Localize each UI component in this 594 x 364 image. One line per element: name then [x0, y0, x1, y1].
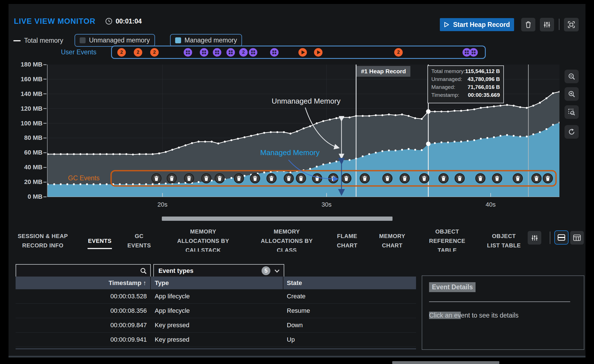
- gc-event-icon[interactable]: [296, 174, 306, 183]
- table-view-button[interactable]: [570, 231, 584, 245]
- chart-settings-button[interactable]: [540, 18, 554, 31]
- gc-event-icon[interactable]: [455, 174, 464, 183]
- chart-horizontal-scrollbar[interactable]: [162, 217, 393, 221]
- gc-event-icon[interactable]: [313, 174, 322, 183]
- column-type[interactable]: Type: [151, 277, 283, 289]
- tab-events[interactable]: EVENTS: [83, 236, 117, 246]
- user-event-key-icon[interactable]: [184, 48, 192, 57]
- y-axis-tick: [43, 108, 46, 109]
- play-icon: [444, 22, 449, 27]
- tooltip-row: Timestamp:00:00:35.669: [431, 92, 500, 98]
- legend-total-memory[interactable]: Total memory: [13, 37, 63, 44]
- y-axis-tick: [43, 138, 46, 138]
- user-event-count-icon[interactable]: 2: [239, 48, 248, 57]
- gc-event-icon[interactable]: [342, 174, 351, 183]
- gc-event-icon[interactable]: [400, 174, 410, 183]
- tab-flame-chart[interactable]: FLAMECHART: [327, 232, 367, 250]
- zoom-out-button[interactable]: [565, 70, 579, 83]
- gc-event-icon[interactable]: [234, 174, 244, 183]
- column-timestamp[interactable]: Timestamp ↑: [16, 277, 151, 289]
- gc-event-icon[interactable]: [267, 174, 276, 183]
- y-axis-tick-label: 60 MB: [11, 149, 43, 156]
- gc-event-icon[interactable]: [493, 174, 502, 183]
- events-table-header: Timestamp ↑ Type State: [16, 277, 416, 289]
- tab-gc-events[interactable]: GCEVENTS: [121, 232, 158, 250]
- tab-session-heap-record-info[interactable]: SESSION & HEAPRECORD INFO: [3, 232, 82, 250]
- cell-timestamp: 00:00:09.847: [16, 322, 151, 329]
- user-event-count-icon[interactable]: 2: [394, 48, 403, 57]
- fit-view-button[interactable]: [564, 18, 579, 31]
- gc-event-icon[interactable]: [420, 174, 429, 183]
- user-event-key-icon[interactable]: [270, 48, 279, 57]
- user-event-play-icon[interactable]: [314, 48, 323, 57]
- table-row[interactable]: 00:00:09.941Key pressedUp: [16, 333, 416, 347]
- gc-event-icon[interactable]: [202, 174, 211, 183]
- start-heap-record-button[interactable]: Start Heap Record: [440, 18, 514, 31]
- zoom-selection-button[interactable]: [565, 105, 579, 119]
- gc-event-icon[interactable]: [152, 174, 161, 183]
- event-details-title: Event Details: [429, 282, 476, 292]
- table-row[interactable]: 00:00:09.847Key pressedDown: [16, 318, 416, 333]
- gc-event-icon[interactable]: [476, 174, 485, 183]
- gc-event-icon[interactable]: [184, 174, 194, 183]
- tab-object-list-table[interactable]: OBJECTLIST TABLE: [477, 232, 531, 250]
- split-view-button[interactable]: [554, 230, 568, 245]
- y-axis-tick-label: 0 MB: [11, 193, 43, 200]
- column-state[interactable]: State: [283, 277, 416, 289]
- unmanaged-memory-annotation: Unmanaged Memory: [265, 97, 347, 106]
- gc-event-icon[interactable]: [532, 174, 541, 183]
- gc-event-icon[interactable]: [360, 174, 370, 183]
- sort-ascending-icon: ↑: [143, 279, 146, 287]
- zoom-in-button[interactable]: [565, 87, 579, 101]
- cell-timestamp: 00:00:09.941: [16, 336, 151, 343]
- gc-events-label: GC Events: [68, 174, 99, 182]
- user-event-key-icon[interactable]: [200, 48, 208, 57]
- user-event-count-icon[interactable]: 2: [117, 48, 126, 57]
- search-input[interactable]: [16, 267, 140, 275]
- event-types-dropdown[interactable]: Event types 5: [153, 264, 284, 277]
- gc-event-icon[interactable]: [215, 174, 224, 183]
- table-layout-icon: [573, 234, 581, 241]
- gc-event-icon[interactable]: [439, 174, 448, 183]
- tab-memory-chart[interactable]: MEMORYCHART: [370, 232, 415, 250]
- user-event-key-icon[interactable]: [226, 48, 235, 57]
- delete-session-button[interactable]: [521, 18, 535, 31]
- cell-timestamp: 00:00:03.528: [16, 293, 151, 300]
- gc-event-icon[interactable]: [284, 174, 294, 183]
- event-search-box[interactable]: [16, 264, 151, 277]
- sliders-icon: [531, 234, 538, 241]
- gc-event-icon[interactable]: [513, 174, 523, 183]
- tab-object-reference-table[interactable]: OBJECTREFERENCETABLE: [419, 227, 476, 252]
- user-event-key-icon[interactable]: [213, 48, 221, 57]
- gc-event-icon[interactable]: [167, 174, 177, 183]
- user-event-play-icon[interactable]: [298, 48, 307, 57]
- user-event-count-icon[interactable]: 2: [134, 48, 142, 57]
- user-event-key-icon[interactable]: [469, 48, 478, 57]
- chart-tooltip: Total memory:115,546,112 BUnmanaged:43,7…: [427, 65, 504, 103]
- gc-event-icon[interactable]: [329, 174, 338, 183]
- gc-event-icon[interactable]: [543, 174, 553, 183]
- cell-timestamp: 00:00:08.356: [16, 307, 151, 314]
- y-axis-tick-label: 140 MB: [11, 90, 43, 98]
- tab-memory-allocations-by-class[interactable]: MEMORYALLOCATIONS BYCLASS: [250, 227, 324, 252]
- table-settings-button[interactable]: [528, 231, 541, 245]
- y-axis-tick: [43, 123, 46, 124]
- y-axis-tick-label: 20 MB: [11, 178, 43, 186]
- user-event-key-icon[interactable]: [249, 48, 257, 57]
- legend-unmanaged-label: Unmanaged memory: [89, 37, 150, 44]
- tab-memory-allocations-by-callstack[interactable]: MEMORYALLOCATIONS BYCALLSTACK: [166, 227, 240, 252]
- table-row[interactable]: 00:00:03.528App lifecycleCreate: [16, 289, 416, 304]
- gc-event-icon[interactable]: [383, 174, 392, 183]
- bottom-scrollbar[interactable]: [392, 361, 499, 364]
- legend-unmanaged-memory[interactable]: Unmanaged memory: [75, 34, 155, 47]
- table-row[interactable]: 00:00:08.356App lifecycleResume: [16, 304, 416, 318]
- sliders-icon: [543, 21, 551, 28]
- gc-event-icon[interactable]: [251, 174, 260, 183]
- reset-zoom-button[interactable]: [565, 125, 579, 139]
- legend-managed-memory[interactable]: Managed memory: [170, 34, 242, 47]
- cell-type: Key pressed: [151, 322, 283, 329]
- legend-total-label: Total memory: [24, 37, 63, 44]
- event-details-panel: Event Details Click an event to see its …: [422, 275, 584, 350]
- user-event-count-icon[interactable]: 2: [150, 48, 159, 57]
- tabbar-divider: [550, 232, 550, 244]
